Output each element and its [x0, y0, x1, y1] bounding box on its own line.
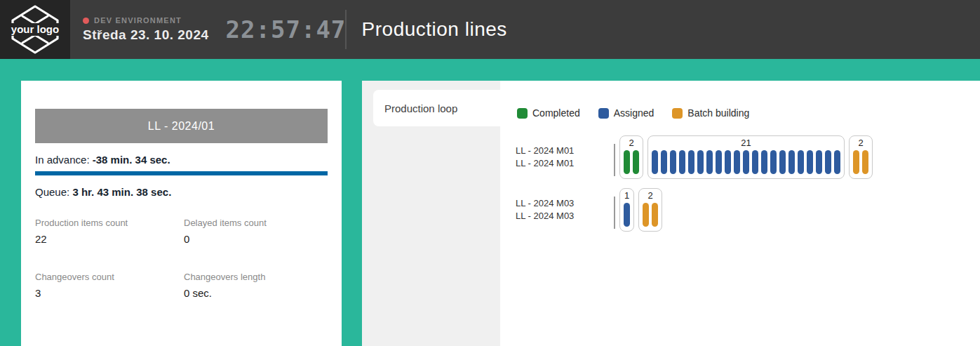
item-pill-assigned [670, 150, 676, 174]
item-pill-assigned [624, 203, 630, 227]
item-pill-assigned [825, 150, 831, 174]
item-pill-batch_building [643, 203, 649, 227]
item-pill-batch_building [853, 150, 859, 174]
header-date: Středa 23. 10. 2024 [83, 27, 209, 43]
item-pill-assigned [788, 150, 795, 174]
loop-row: LL - 2024 M03LL - 2024 M0312 [516, 188, 873, 232]
item-pill-completed [624, 150, 630, 174]
stat-label: Changeovers count [35, 272, 184, 282]
in-advance-value: -38 min. 34 sec. [93, 154, 170, 166]
item-pill-completed [633, 150, 639, 174]
group-count: 2 [624, 138, 639, 148]
in-advance-line: In advance: -38 min. 34 sec. [35, 154, 328, 166]
item-pill-assigned [743, 150, 749, 174]
loop-row-labels: LL - 2024 M03LL - 2024 M03 [516, 197, 614, 222]
item-pill-assigned [798, 150, 804, 174]
machine-label: LL - 2024 M01 [516, 157, 614, 170]
machine-label: LL - 2024 M01 [516, 145, 614, 157]
group-count: 1 [624, 190, 630, 201]
loop-row: LL - 2024 M01LL - 2024 M012212 [516, 135, 873, 179]
legend-swatch-icon [517, 108, 528, 119]
stat-value: 0 sec. [184, 287, 328, 299]
app-header: your logo DEV ENVIRONMENT Středa 23. 10.… [0, 0, 980, 59]
pill-row [624, 150, 639, 174]
header-divider [345, 10, 347, 49]
legend-label: Completed [532, 107, 580, 119]
item-groups: 12 [619, 188, 662, 232]
env-status-dot-icon [83, 18, 89, 24]
item-pill-assigned [679, 150, 685, 174]
item-pill-assigned [752, 150, 758, 174]
tab-production-loop[interactable]: Production loop [373, 90, 510, 126]
line-title-bar[interactable]: LL - 2024/01 [35, 109, 328, 143]
item-pill-assigned [761, 150, 767, 174]
legend-label: Batch building [687, 107, 749, 119]
pill-row [643, 203, 658, 227]
item-pill-assigned [725, 150, 731, 174]
advance-progress-bar [35, 171, 328, 175]
status-legend: CompletedAssignedBatch building [517, 107, 749, 119]
group-count: 2 [643, 190, 658, 201]
item-pill-assigned [816, 150, 822, 174]
stat-cell: Delayed items count0 [184, 218, 328, 245]
queue-label: Queue: [35, 186, 69, 198]
item-group-assigned[interactable]: 1 [619, 188, 634, 232]
stat-value: 3 [35, 287, 184, 299]
current-position-marker [614, 197, 615, 229]
logo[interactable]: your logo [0, 0, 70, 59]
legend-label: Assigned [614, 107, 655, 119]
loop-row-labels: LL - 2024 M01LL - 2024 M01 [516, 145, 614, 170]
stat-cell: Changeovers count3 [35, 272, 184, 299]
current-position-marker [614, 144, 615, 176]
item-pill-assigned [834, 150, 840, 174]
item-pill-assigned [770, 150, 777, 174]
pill-row [652, 150, 840, 174]
stat-label: Changeovers length [184, 272, 328, 282]
production-line-card: LL - 2024/01 In advance: -38 min. 34 sec… [21, 81, 342, 346]
item-pill-assigned [661, 150, 667, 174]
item-pill-assigned [807, 150, 813, 174]
environment-date-block: DEV ENVIRONMENT Středa 23. 10. 2024 [83, 16, 209, 43]
production-loop-panel: Production loop CompletedAssignedBatch b… [362, 81, 980, 346]
legend-item-assigned: Assigned [598, 107, 655, 119]
in-advance-label: In advance: [35, 154, 90, 166]
machine-label: LL - 2024 M03 [516, 197, 614, 210]
stat-value: 22 [35, 233, 184, 245]
pill-row [624, 203, 630, 227]
stat-label: Delayed items count [184, 218, 328, 228]
machine-label: LL - 2024 M03 [516, 210, 614, 222]
queue-value: 3 hr. 43 min. 38 sec. [72, 186, 171, 198]
item-pill-assigned [734, 150, 740, 174]
item-groups: 2212 [619, 135, 873, 179]
item-pill-batch_building [862, 150, 868, 174]
group-count: 21 [652, 138, 840, 148]
legend-item-batch_building: Batch building [672, 107, 749, 119]
legend-swatch-icon [598, 108, 609, 119]
loop-content-area: CompletedAssignedBatch building LL - 202… [500, 81, 980, 346]
item-pill-assigned [716, 150, 722, 174]
group-count: 2 [853, 138, 868, 148]
stat-cell: Production items count22 [35, 218, 184, 245]
pill-row [853, 150, 868, 174]
loop-rows: LL - 2024 M01LL - 2024 M012212LL - 2024 … [516, 135, 873, 232]
stat-value: 0 [184, 233, 328, 245]
item-group-batch_building[interactable]: 2 [638, 188, 662, 232]
item-pill-assigned [652, 150, 658, 174]
stat-label: Production items count [35, 218, 184, 228]
item-pill-assigned [697, 150, 704, 174]
item-pill-assigned [706, 150, 713, 174]
stat-cell: Changeovers length0 sec. [184, 272, 328, 299]
header-clock: 22:57:47 [226, 15, 328, 44]
item-group-batch_building[interactable]: 2 [849, 135, 873, 179]
logo-icon: your logo [7, 4, 63, 55]
legend-swatch-icon [672, 108, 683, 119]
item-pill-assigned [779, 150, 786, 174]
page-title: Production lines [362, 18, 507, 41]
item-pill-assigned [688, 150, 694, 174]
logo-text: your logo [11, 23, 59, 35]
item-group-completed[interactable]: 2 [619, 135, 643, 179]
item-pill-batch_building [652, 203, 658, 227]
queue-line: Queue: 3 hr. 43 min. 38 sec. [35, 186, 328, 198]
environment-label: DEV ENVIRONMENT [94, 16, 182, 25]
item-group-assigned[interactable]: 21 [647, 135, 845, 179]
